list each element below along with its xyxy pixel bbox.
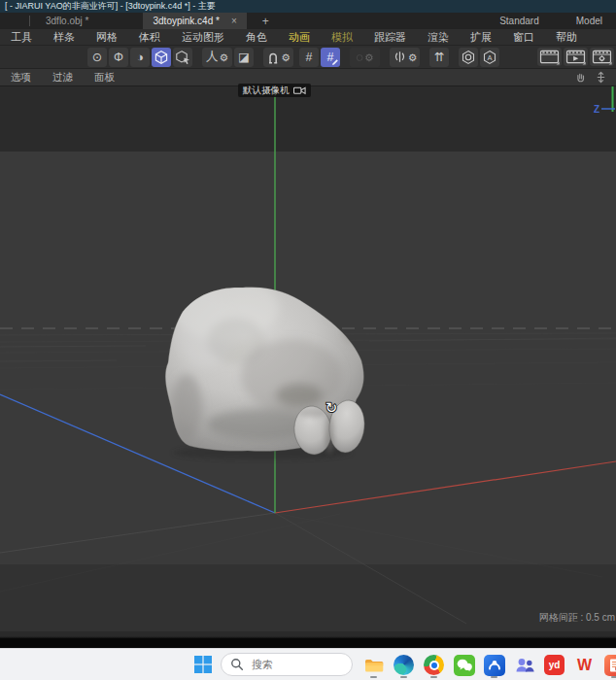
knife-icon [393, 50, 407, 64]
teams-button[interactable] [513, 653, 535, 677]
tab-label: 3dflo.obj * [46, 16, 88, 26]
menu-character[interactable]: 角色 [235, 30, 278, 45]
docs-tool-button[interactable] [603, 653, 616, 677]
render-frame-icon [539, 49, 560, 65]
render-view-button[interactable] [537, 48, 562, 66]
hierarchy-icon: 人 [206, 49, 219, 65]
menu-extensions[interactable]: 扩展 [460, 30, 502, 45]
menu-tracker[interactable]: 跟踪器 [363, 30, 417, 45]
camera-selector[interactable]: 默认摄像机 [238, 84, 311, 97]
viewport-3d[interactable]: Z [0, 85, 616, 631]
tab-3dflo[interactable]: 3dflo.obj * [30, 13, 104, 29]
half-square-icon: ◪ [238, 50, 250, 64]
wechat-button[interactable] [453, 653, 475, 677]
folder-icon [363, 655, 385, 676]
hierarchy-tool-button[interactable]: 人 ⚙ [202, 48, 232, 67]
wechat-icon [454, 655, 475, 676]
menu-spline[interactable]: 样条 [43, 30, 86, 45]
grid-button[interactable]: # [299, 48, 319, 67]
vp-menu-filter[interactable]: 过滤 [42, 71, 84, 85]
circle-line-icon: Φ [114, 51, 123, 64]
wps-button[interactable]: W [573, 653, 596, 677]
cube-icon [154, 50, 169, 65]
menu-tools[interactable]: 工具 [0, 30, 43, 45]
youdao-button[interactable]: yd [543, 653, 565, 677]
camera-icon [293, 85, 306, 95]
search-input[interactable] [250, 658, 341, 671]
taskbar-apps: yd W [362, 653, 616, 677]
axis-mode-button[interactable]: Φ [109, 48, 128, 67]
gear-icon: ⚙ [220, 51, 228, 63]
axis-z-label: Z [594, 104, 599, 115]
render-gear-icon [592, 49, 612, 65]
workplane-mode-button[interactable]: ◪ [234, 48, 254, 67]
menu-help[interactable]: 帮助 [545, 30, 588, 45]
menu-animate[interactable]: 动画 [278, 30, 321, 45]
menu-simulate[interactable]: 模拟 [321, 30, 363, 45]
pan-hand-icon[interactable] [573, 70, 588, 85]
docs-tool-icon [604, 655, 616, 676]
grid-spacing-label: 网格间距 : 0.5 cm [539, 611, 615, 625]
live-selection-button[interactable]: ⊙ [87, 48, 107, 67]
windows-logo-icon [194, 656, 212, 673]
chrome-button[interactable] [423, 653, 445, 677]
new-tab-button[interactable]: + [262, 15, 269, 28]
viewport-near-band [0, 564, 616, 632]
radial-tool-button[interactable]: ◌ ⚙ [350, 48, 380, 67]
title-bar: [ - JIARUI YAO的非商业许可] - [3dtoypink.c4d *… [0, 0, 616, 13]
close-tab-icon[interactable]: × [231, 16, 237, 26]
dotted-circle-icon: ◌ [357, 51, 363, 64]
exchange-button[interactable]: ⇈ [429, 48, 449, 67]
poly-object-button[interactable] [459, 48, 478, 67]
menu-volume[interactable]: 体积 [128, 30, 171, 45]
mode-selector[interactable]: Model [576, 16, 602, 26]
cinema4d-window: [ - JIARUI YAO的非商业许可] - [3dtoypink.c4d *… [0, 0, 616, 680]
grid-edit-button[interactable]: # [321, 48, 340, 67]
layout-selector[interactable]: Standard [499, 16, 539, 26]
object-mode-button[interactable] [173, 48, 192, 67]
windows-taskbar: yd W [0, 648, 616, 680]
dolly-icon[interactable] [594, 70, 608, 85]
cloud-drive-button[interactable] [483, 653, 505, 677]
vp-menu-panel[interactable]: 面板 [84, 71, 125, 85]
poly-axis-button[interactable]: A [480, 48, 499, 67]
grid-icon: # [306, 51, 313, 64]
tab-label: 3dtoypink.c4d * [153, 16, 219, 26]
snap-settings-button[interactable]: ⚙ [263, 48, 293, 67]
cloud-drive-icon [484, 655, 505, 676]
document-tab-bar: 3dflo.obj * 3dtoypink.c4d * × + Standard… [0, 13, 616, 29]
windows-start-button[interactable] [193, 655, 213, 674]
hexagon-circle-icon [461, 50, 476, 65]
menu-mesh[interactable]: 网格 [86, 30, 128, 45]
circle-dot-icon: ⊙ [92, 50, 102, 64]
svg-text:A: A [487, 52, 492, 61]
tab-3dtoypink[interactable]: 3dtoypink.c4d * × [143, 13, 246, 29]
vp-menu-options[interactable]: 选项 [0, 71, 42, 85]
window-bottom-edge [0, 631, 616, 648]
pencil-icon [331, 58, 339, 66]
render-settings-button[interactable] [590, 48, 614, 66]
window-title: [ - JIARUI YAO的非商业许可] - [3dtoypink.c4d *… [5, 1, 216, 11]
main-toolbar: ⊙ Φ ◑ 人 ⚙ ◪ ⚙ # # [0, 46, 616, 69]
gear-icon: ⚙ [408, 51, 417, 63]
texture-mode-button[interactable]: ◑ [130, 48, 150, 67]
gear-icon: ⚙ [281, 51, 290, 63]
file-explorer-button[interactable] [362, 653, 385, 677]
teams-people-icon [514, 655, 535, 676]
menu-window[interactable]: 窗口 [502, 30, 545, 45]
model-mode-button[interactable] [152, 48, 171, 67]
menu-render[interactable]: 渲染 [417, 30, 460, 45]
wps-icon: W [577, 658, 592, 673]
search-icon [230, 658, 244, 671]
menu-bar: 工具 样条 网格 体积 运动图形 角色 动画 模拟 跟踪器 渲染 扩展 窗口 帮… [0, 29, 616, 46]
taskbar-search[interactable] [221, 653, 353, 676]
edge-button[interactable] [393, 653, 415, 677]
render-play-icon [565, 49, 586, 65]
menu-mograph[interactable]: 运动图形 [171, 30, 235, 45]
split-tool-button[interactable]: ⚙ [390, 48, 420, 67]
render-picture-viewer-button[interactable] [564, 48, 588, 66]
viewport-scene: Z [0, 86, 616, 632]
double-up-arrow-icon: ⇈ [434, 50, 444, 64]
magnet-icon [266, 50, 280, 64]
edge-icon [394, 655, 414, 675]
